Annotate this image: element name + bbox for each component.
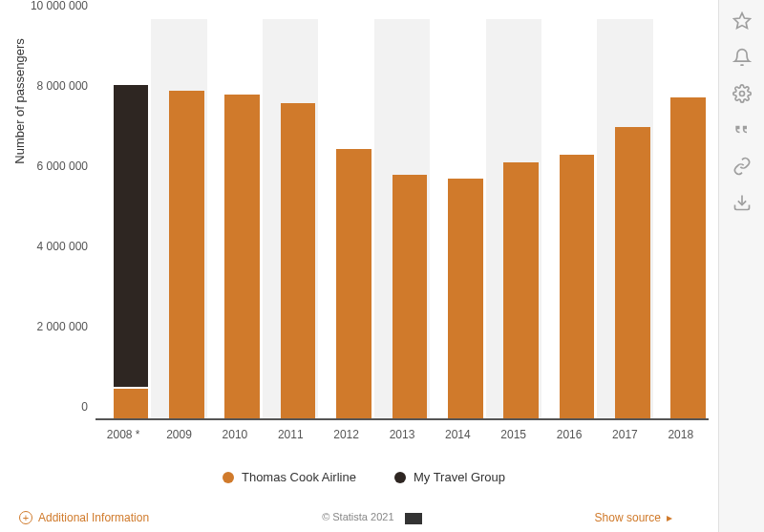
bar-thomas-cook[interactable] [281,103,316,418]
bar-thomas-cook[interactable] [560,155,595,418]
x-tick-label: 2012 [318,420,373,441]
chevron-right-icon: ▸ [667,511,672,524]
bar-thomas-cook[interactable] [670,97,706,418]
x-tick-label: 2010 [207,420,263,441]
legend: Thomas Cook Airline My Travel Group [19,470,709,484]
quote-icon[interactable] [732,120,752,139]
show-source-label: Show source [595,511,661,524]
x-tick-label: 2013 [374,420,430,441]
bar-group [541,19,597,418]
link-icon[interactable] [732,157,752,176]
y-tick-label: 2 000 000 [37,320,88,333]
bar-thomas-cook[interactable] [169,91,204,418]
legend-swatch-icon [223,472,234,483]
bar-group [430,19,485,418]
bar-thomas-cook[interactable] [224,95,260,418]
y-tick-label: 4 000 000 [37,240,88,253]
svg-marker-0 [733,13,750,29]
legend-item-my-travel: My Travel Group [394,470,505,484]
legend-label: My Travel Group [414,470,505,484]
bar-group [597,19,652,418]
legend-label: Thomas Cook Airline [242,470,356,484]
y-axis-label: Number of passengers [12,38,27,164]
y-axis: Number of passengers 02 000 0004 000 000… [19,19,96,420]
plus-icon: + [19,511,32,524]
star-icon[interactable] [732,11,752,31]
additional-information-label: Additional Information [38,511,149,524]
x-tick-label: 2016 [541,420,597,441]
x-tick-label: 2018 [653,420,709,441]
bar-group [318,19,373,418]
bar-thomas-cook[interactable] [503,162,539,418]
copyright-text: © Statista 2021 [322,511,421,523]
x-axis: 2008 *2009201020112012201320142015201620… [96,420,709,441]
y-tick-label: 0 [81,400,88,414]
bar-group [374,19,430,418]
bell-icon[interactable] [732,48,752,67]
download-icon[interactable] [732,193,752,212]
bar-thomas-cook[interactable] [114,389,149,418]
svg-point-1 [739,92,744,96]
plot-area [96,19,709,420]
legend-swatch-icon [394,472,406,483]
y-tick-label: 8 000 000 [37,79,88,93]
y-tick-label: 6 000 000 [37,160,88,173]
bar-thomas-cook[interactable] [336,149,371,418]
sidebar [718,0,764,532]
bar-group [151,19,206,418]
legend-item-thomas-cook: Thomas Cook Airline [223,470,356,484]
x-tick-label: 2014 [430,420,485,441]
x-tick-label: 2017 [597,420,652,441]
bar-my-travel[interactable] [114,85,149,387]
bar-thomas-cook[interactable] [615,127,650,418]
bar-group [96,19,151,418]
bar-group [486,19,541,418]
x-tick-label: 2009 [151,420,206,441]
bar-group [653,19,709,418]
x-tick-label: 2015 [486,420,541,441]
footer: + Additional Information © Statista 2021… [19,511,672,524]
additional-information-link[interactable]: + Additional Information [19,511,149,524]
bar-group [263,19,318,418]
bar-thomas-cook[interactable] [448,179,483,418]
y-tick-label: 10 000 000 [31,0,88,12]
show-source-link[interactable]: Show source ▸ [595,511,672,524]
bar-group [207,19,263,418]
bar-thomas-cook[interactable] [393,175,428,418]
gear-icon[interactable] [732,84,752,103]
x-tick-label: 2008 * [96,420,151,441]
flag-icon[interactable] [405,513,422,524]
x-tick-label: 2011 [263,420,318,441]
